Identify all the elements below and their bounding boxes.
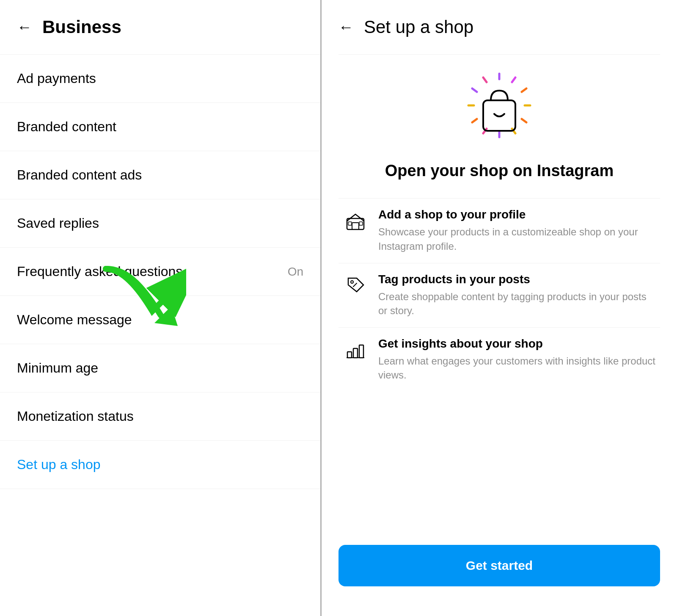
feature-title-insights: Get insights about your shop	[378, 337, 656, 351]
shop-illustration	[338, 72, 660, 148]
svg-rect-17	[348, 222, 352, 225]
svg-rect-22	[359, 345, 363, 358]
feature-item-shop: Add a shop to your profile Showcase your…	[338, 198, 660, 262]
menu-item-label-1: Branded content	[17, 119, 116, 135]
svg-rect-15	[347, 218, 364, 229]
svg-rect-20	[347, 352, 352, 358]
menu-item-label-0: Ad payments	[17, 71, 96, 86]
feature-desc-insights: Learn what engages your customers with i…	[378, 354, 656, 382]
left-header: ← Business	[0, 0, 320, 55]
left-panel-title: Business	[42, 17, 121, 37]
svg-rect-18	[359, 222, 363, 225]
menu-item-3[interactable]: Saved replies	[0, 199, 320, 248]
shopping-bag-svg	[461, 72, 537, 148]
shop-headline: Open your shop on Instagram	[338, 160, 660, 181]
shop-content: Open your shop on Instagram Add a shop t…	[338, 55, 660, 616]
tag-products-icon	[343, 273, 368, 298]
feature-title-tag: Tag products in your posts	[378, 273, 656, 286]
right-panel-title: Set up a shop	[364, 17, 473, 37]
menu-item-label-6: Minimum age	[17, 360, 98, 376]
features-list: Add a shop to your profile Showcase your…	[338, 198, 660, 536]
menu-item-1[interactable]: Branded content	[0, 103, 320, 151]
green-arrow-icon	[93, 260, 186, 337]
shop-profile-icon	[343, 208, 368, 233]
menu-item-6[interactable]: Minimum age	[0, 344, 320, 392]
svg-line-12	[472, 88, 477, 92]
menu-item-label-3: Saved replies	[17, 215, 99, 231]
feature-item-insights: Get insights about your shop Learn what …	[338, 327, 660, 392]
insights-icon	[343, 337, 368, 362]
menu-item-label-2: Branded content ads	[17, 167, 142, 183]
svg-line-4	[522, 88, 526, 92]
svg-line-13	[483, 77, 487, 82]
svg-line-10	[472, 119, 477, 122]
right-panel: ← Set up a shop	[322, 0, 677, 616]
back-button-left[interactable]: ←	[17, 18, 32, 36]
menu-item-badge-4: On	[288, 265, 303, 279]
feature-text-insights: Get insights about your shop Learn what …	[378, 337, 656, 382]
feature-desc-tag: Create shoppable content by tagging prod…	[378, 290, 656, 318]
feature-title-shop: Add a shop to your profile	[378, 208, 656, 221]
back-button-right[interactable]: ←	[338, 18, 354, 36]
menu-item-7[interactable]: Monetization status	[0, 392, 320, 441]
feature-desc-shop: Showcase your products in a customizeabl…	[378, 225, 656, 253]
svg-line-3	[512, 77, 515, 82]
svg-rect-21	[353, 348, 358, 358]
menu-item-8[interactable]: Set up a shop	[0, 441, 320, 489]
svg-line-6	[522, 119, 526, 122]
feature-text-tag: Tag products in your posts Create shoppa…	[378, 273, 656, 318]
feature-item-tag: Tag products in your posts Create shoppa…	[338, 263, 660, 327]
menu-item-label-8: Set up a shop	[17, 457, 100, 472]
menu-item-label-7: Monetization status	[17, 409, 134, 424]
menu-item-2[interactable]: Branded content ads	[0, 151, 320, 199]
right-header: ← Set up a shop	[338, 0, 660, 55]
left-panel: ← Business Ad paymentsBranded contentBra…	[0, 0, 322, 616]
svg-point-19	[351, 281, 353, 283]
svg-rect-16	[352, 223, 359, 229]
feature-text-shop: Add a shop to your profile Showcase your…	[378, 208, 656, 253]
menu-item-0[interactable]: Ad payments	[0, 55, 320, 103]
get-started-button[interactable]: Get started	[338, 545, 660, 586]
